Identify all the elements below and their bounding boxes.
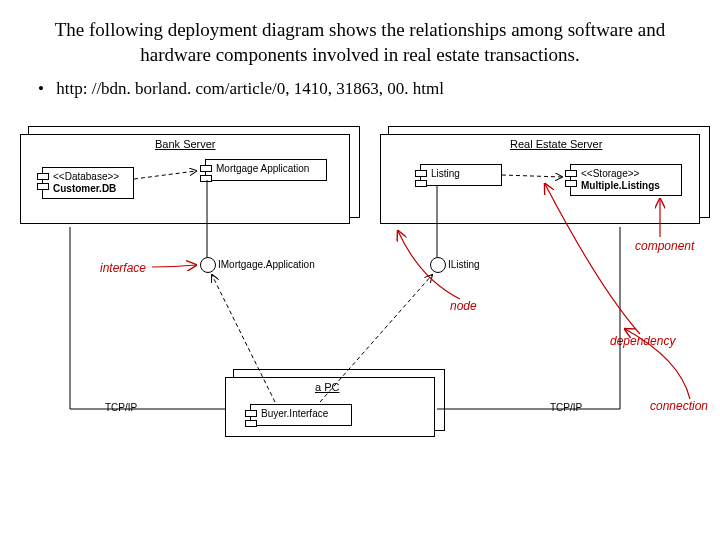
slide-title: The following deployment diagram shows t… [0, 0, 720, 75]
bullet-text: http: //bdn. borland. com/article/0, 141… [56, 79, 444, 98]
component-buyer-interface: Buyer.Interface [250, 404, 352, 426]
annotation-node: node [450, 299, 477, 313]
node-title-pc: a PC [315, 381, 339, 393]
node-title-bank: Bank Server [155, 138, 216, 150]
component-customer-db: <<Database>> Customer.DB [42, 167, 134, 199]
interface-imortgage-label: IMortgage.Application [218, 259, 315, 270]
customer-db-stereotype: <<Database>> [53, 171, 129, 183]
bullet-dot: • [30, 79, 52, 99]
customer-db-name: Customer.DB [53, 183, 129, 195]
annotation-dependency: dependency [610, 334, 675, 348]
interface-ilisting-label: IListing [448, 259, 480, 270]
annotation-connection: connection [650, 399, 708, 413]
protocol-left: TCP/IP [105, 402, 137, 413]
listing-name: Listing [421, 165, 501, 183]
interface-imortgage-circle [200, 257, 216, 273]
component-multiple-listings: <<Storage>> Multiple.Listings [570, 164, 682, 196]
deployment-diagram: Bank Server <<Database>> Customer.DB Mor… [0, 109, 720, 489]
buyer-interface-name: Buyer.Interface [251, 405, 351, 423]
node-title-realestate: Real Estate Server [510, 138, 602, 150]
annotation-interface: interface [100, 261, 146, 275]
component-listing: Listing [420, 164, 502, 186]
bullet-item: • http: //bdn. borland. com/article/0, 1… [0, 75, 720, 109]
multiple-listings-name: Multiple.Listings [581, 180, 677, 192]
multiple-listings-stereotype: <<Storage>> [581, 168, 677, 180]
interface-ilisting-circle [430, 257, 446, 273]
annotation-component: component [635, 239, 694, 253]
mortgage-app-name: Mortgage Application [206, 160, 326, 178]
component-mortgage-app: Mortgage Application [205, 159, 327, 181]
protocol-right: TCP/IP [550, 402, 582, 413]
